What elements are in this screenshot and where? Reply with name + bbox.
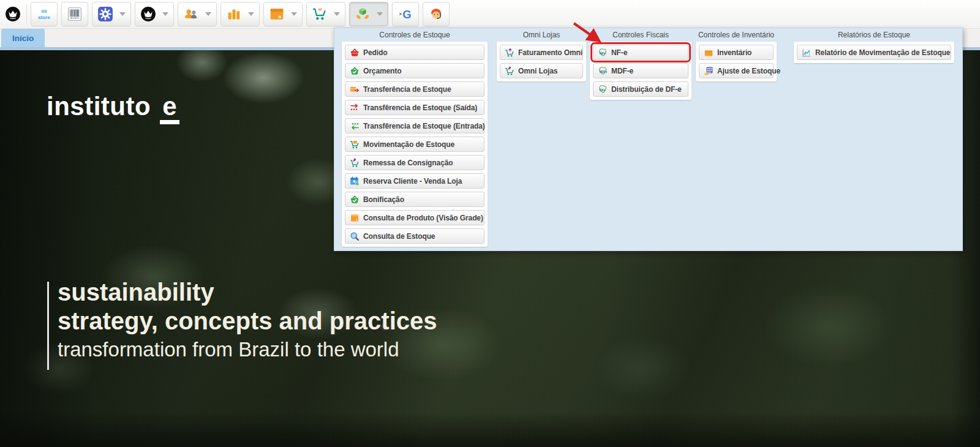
cart-arrow-icon — [505, 66, 514, 76]
toolbar-separator — [26, 4, 27, 24]
menu-column-controles-de-estoque: Controles de EstoquePedidoOrçamentoTrans… — [342, 29, 488, 247]
menu-item-reserva-cliente-venda-loja[interactable]: Reserva Cliente - Venda Loja — [345, 173, 484, 189]
svg-text:G: G — [402, 8, 411, 21]
nfe-brazil-map-icon: NFe — [598, 48, 608, 58]
svg-text:NFe: NFe — [600, 51, 606, 55]
toolbar-settings-button[interactable] — [92, 2, 131, 26]
toolbar-illi-store-button[interactable]: illistore — [31, 2, 58, 26]
menu-column-title: Controles Fiscais — [590, 31, 692, 39]
menu-item-movimentacao-de-estoque[interactable]: Movimentação de Estoque — [345, 137, 484, 152]
hero-logo-text: instituto — [47, 92, 151, 121]
hero-line3: transformation from Brazil to the world — [58, 337, 437, 362]
toolbar-stock-module-button[interactable] — [349, 2, 388, 26]
menu-item-consulta-de-produto-visao-grade[interactable]: Consulta de Produto (Visão Grade) — [345, 210, 484, 225]
svg-text:illi: illi — [41, 9, 47, 14]
menu-item-label: Omni Lojas — [518, 67, 557, 75]
menu-item-transferencia-de-estoque[interactable]: Transferência de Estoque — [345, 81, 484, 97]
chevron-down-icon[interactable] — [205, 12, 211, 16]
menu-column-card: PedidoOrçamentoTransferência de EstoqueT… — [342, 42, 488, 247]
chevron-down-icon[interactable] — [291, 12, 297, 16]
support-agent-icon — [428, 6, 444, 22]
menu-item-ajuste-de-estoque[interactable]: Ajuste de Estoque — [699, 63, 774, 78]
menu-item-label: Transfêrencia de Estoque (Entrada) — [363, 122, 485, 130]
hero-line1: sustainability — [58, 278, 437, 307]
inventory-case-icon — [704, 48, 714, 58]
mdfe-brazil-map-icon: MDFe — [598, 66, 608, 76]
menu-column-title: Controles de Estoque — [342, 31, 488, 39]
people-group-icon — [183, 6, 199, 22]
menu-column-controles-fiscais: Controles FiscaisNFeNF-eMDFeMDF-eDFeDist… — [590, 29, 692, 100]
menu-item-label: Consulta de Produto (Visão Grade) — [363, 214, 483, 222]
menu-item-mdf-e[interactable]: MDFeMDF-e — [593, 63, 688, 78]
chevron-down-icon[interactable] — [162, 12, 168, 16]
hero-vertical-rule — [47, 282, 49, 370]
menu-item-faturamento-omni[interactable]: Faturamento Omni — [500, 45, 583, 60]
toolbar-finance-chart-button[interactable] — [221, 2, 260, 26]
toolbar-crown-module-button[interactable] — [135, 2, 174, 26]
boleto-barcode-icon: BOLETO — [67, 6, 83, 22]
svg-text:BOLETO: BOLETO — [70, 17, 79, 20]
menu-item-transferencia-de-estoque-entrada[interactable]: Transfêrencia de Estoque (Entrada) — [345, 118, 484, 133]
chevron-down-icon[interactable] — [119, 12, 126, 16]
box-orange-icon — [350, 213, 360, 223]
menu-column-controles-de-inventario: Controles de InventárioInventárioAjuste … — [696, 29, 777, 81]
main-toolbar: illistoreBOLETOG — [0, 0, 980, 29]
toolbar-sales-cart-button[interactable] — [306, 2, 345, 26]
building-hand-icon — [704, 66, 714, 76]
chevron-down-icon[interactable] — [334, 12, 340, 16]
menu-item-transferencia-de-estoque-saida[interactable]: Transfêrencia de Estoque (Saída) — [345, 100, 484, 115]
calendar-star-icon — [350, 176, 360, 186]
chevron-down-icon[interactable] — [248, 12, 254, 16]
menu-item-label: NF-e — [611, 48, 627, 57]
toolbar-boleto-button[interactable]: BOLETO — [61, 2, 88, 26]
menu-item-label: MDF-e — [611, 67, 633, 75]
menu-item-bonificacao[interactable]: Bonificação — [345, 192, 484, 207]
arrow-out-red-icon — [350, 103, 360, 113]
menu-item-label: Bonificação — [363, 195, 404, 204]
menu-item-orcamento[interactable]: Orçamento — [345, 63, 484, 78]
menu-item-label: Faturamento Omni — [518, 48, 582, 57]
menu-item-omni-lojas[interactable]: Omni Lojas — [500, 63, 583, 78]
menu-item-label: Movimentação de Estoque — [363, 140, 454, 149]
sync-g-icon: G — [398, 6, 413, 22]
menu-item-label: Reserva Cliente - Venda Loja — [363, 177, 462, 186]
menu-item-consulta-de-estoque[interactable]: Consulta de Estoque — [345, 228, 484, 244]
menu-item-inventario[interactable]: Inventário — [699, 45, 774, 60]
menu-item-label: Transfêrencia de Estoque (Saída) — [363, 103, 477, 112]
menu-item-label: Transferência de Estoque — [363, 85, 451, 94]
menu-item-label: Consulta de Estoque — [363, 232, 435, 241]
chevron-down-icon[interactable] — [377, 12, 383, 16]
menu-column-relatorios-de-estoque: Relatórios de EstoqueRelatório de Movime… — [794, 29, 954, 63]
menu-column-card: NFeNF-eMDFeMDF-eDFeDistribuição de DF-e — [590, 42, 692, 100]
dfe-brazil-map-icon: DFe — [598, 85, 608, 94]
basket-green-icon — [350, 195, 360, 205]
app-window: illistoreBOLETOG Início institutoe susta… — [0, 0, 980, 447]
menu-column-card: Relatório de Movimentação de Estoque — [794, 42, 954, 63]
menu-column-card: Faturamento OmniOmni Lojas — [497, 42, 586, 81]
menu-item-label: Distribuição de DF-e — [611, 85, 682, 94]
hero-logo-e: e — [160, 94, 179, 124]
cart-arrow-icon — [350, 158, 360, 168]
menu-column-omni-lojas: Omni LojasFaturamento OmniOmni Lojas — [497, 29, 586, 81]
hero-logo: institutoe — [47, 92, 179, 124]
menu-item-remessa-de-consignacao[interactable]: Remessa de Consignação — [345, 155, 484, 170]
toolbar-people-button[interactable] — [178, 2, 217, 26]
magnifier-icon — [350, 231, 360, 241]
menu-item-relatorio-de-movimentacao-de-estoque[interactable]: Relatório de Movimentação de Estoque — [797, 45, 951, 60]
menu-item-label: Ajuste de Estoque — [717, 67, 780, 75]
toolbar-support-button[interactable] — [423, 2, 450, 26]
menu-item-nf-e[interactable]: NFeNF-e — [593, 45, 688, 60]
toolbar-brand-crown-button[interactable] — [3, 2, 23, 26]
tab-inicio[interactable]: Início — [1, 29, 45, 47]
menu-item-distribuicao-de-df-e[interactable]: DFeDistribuição de DF-e — [593, 81, 688, 97]
menu-column-card: InventárioAjuste de Estoque — [696, 42, 777, 81]
basket-green-icon — [350, 66, 360, 76]
menu-item-pedido[interactable]: Pedido — [345, 45, 484, 60]
toolbar-sync-button[interactable]: G — [392, 2, 419, 26]
toolbar-products-box-button[interactable] — [263, 2, 303, 26]
svg-text:MDFe: MDFe — [600, 70, 607, 73]
menu-column-title: Omni Lojas — [497, 31, 586, 39]
crown-logo-icon — [5, 6, 21, 22]
svg-text:DFe: DFe — [600, 89, 605, 92]
crown-logo-icon — [140, 6, 156, 22]
